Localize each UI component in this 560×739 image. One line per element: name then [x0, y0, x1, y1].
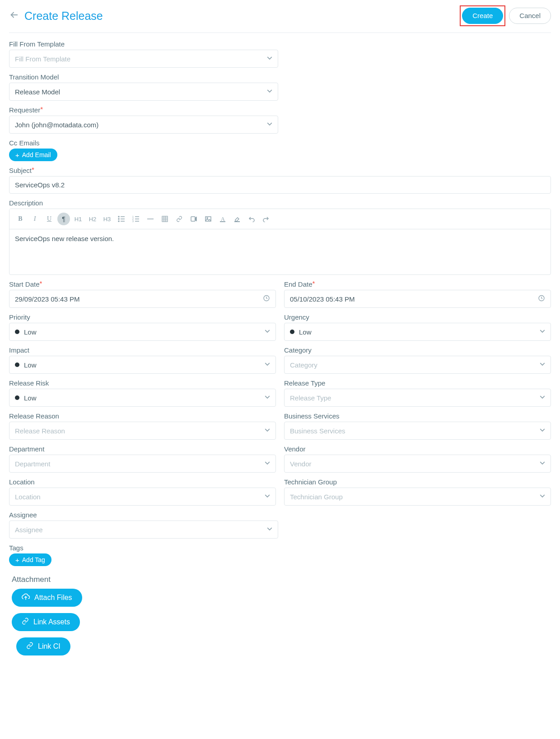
- priority-label: Priority: [9, 313, 276, 321]
- category-label: Category: [284, 346, 551, 354]
- create-button[interactable]: Create: [462, 8, 503, 24]
- chevron-down-icon: [267, 88, 272, 95]
- font-color-icon[interactable]: A: [216, 213, 229, 225]
- add-email-button[interactable]: + Add Email: [9, 149, 57, 161]
- underline-icon[interactable]: U: [43, 213, 56, 225]
- highlight-icon[interactable]: [231, 213, 243, 225]
- transition-model-label: Transition Model: [9, 73, 278, 81]
- chevron-down-icon: [267, 121, 272, 128]
- subject-field: Subject*: [9, 167, 551, 194]
- subject-input[interactable]: [9, 176, 551, 194]
- description-label: Description: [9, 199, 551, 207]
- bold-icon[interactable]: B: [14, 213, 27, 225]
- release-reason-field: Release Reason Release Reason: [9, 412, 276, 440]
- chevron-down-icon: [540, 493, 545, 500]
- cc-emails-label: Cc Emails: [9, 139, 551, 147]
- urgency-label: Urgency: [284, 313, 551, 321]
- description-textarea[interactable]: ServiceOps new release version.: [9, 229, 551, 274]
- cancel-button[interactable]: Cancel: [509, 8, 551, 24]
- technician-group-select[interactable]: Technician Group: [284, 488, 551, 506]
- category-select[interactable]: Category: [284, 356, 551, 374]
- italic-icon[interactable]: I: [28, 213, 41, 225]
- release-risk-select[interactable]: Low: [9, 389, 276, 407]
- horizontal-rule-icon[interactable]: [144, 213, 157, 225]
- svg-rect-13: [162, 216, 168, 222]
- h2-icon[interactable]: H2: [86, 213, 99, 225]
- release-reason-select[interactable]: Release Reason: [9, 422, 276, 440]
- start-date-field: Start Date* 29/09/2023 05:43 PM: [9, 280, 276, 308]
- impact-field: Impact Low: [9, 346, 276, 374]
- impact-label: Impact: [9, 346, 276, 354]
- chevron-down-icon: [265, 362, 270, 368]
- assignee-field: Assignee Assignee: [9, 511, 278, 539]
- attachment-label: Attachment: [12, 575, 551, 584]
- create-button-highlight: Create: [460, 5, 505, 26]
- link-ci-button[interactable]: Link CI: [16, 637, 70, 655]
- undo-icon[interactable]: [245, 213, 258, 225]
- fill-from-template-field: Fill From Template Fill From Template: [9, 40, 278, 68]
- link-assets-button[interactable]: Link Assets: [12, 613, 80, 631]
- chevron-down-icon: [265, 428, 270, 434]
- attachment-section: Attachment Attach Files Link Assets Link…: [9, 572, 551, 655]
- release-reason-label: Release Reason: [9, 412, 276, 420]
- urgency-field: Urgency Low: [284, 313, 551, 341]
- bullet-list-icon[interactable]: [115, 213, 128, 225]
- chevron-down-icon: [265, 493, 270, 500]
- page-header: Create Release Create Cancel: [9, 3, 551, 33]
- requester-select[interactable]: John (john@motadata.com): [9, 116, 278, 134]
- end-date-input[interactable]: 05/10/2023 05:43 PM: [284, 290, 551, 308]
- tags-label: Tags: [9, 544, 551, 552]
- business-services-select[interactable]: Business Services: [284, 422, 551, 440]
- location-field: Location Location: [9, 478, 276, 506]
- release-type-field: Release Type Release Type: [284, 379, 551, 407]
- back-arrow-icon[interactable]: [9, 10, 19, 22]
- business-services-field: Business Services Business Services: [284, 412, 551, 440]
- start-date-label: Start Date*: [9, 280, 276, 288]
- subject-label: Subject*: [9, 167, 551, 174]
- svg-point-5: [118, 221, 119, 222]
- release-type-select[interactable]: Release Type: [284, 389, 551, 407]
- assignee-select[interactable]: Assignee: [9, 521, 278, 539]
- video-icon[interactable]: [187, 213, 200, 225]
- end-date-label: End Date*: [284, 280, 551, 288]
- priority-select[interactable]: Low: [9, 323, 276, 341]
- add-tag-button[interactable]: + Add Tag: [9, 553, 51, 566]
- transition-model-field: Transition Model Release Model: [9, 73, 278, 101]
- table-icon[interactable]: [159, 213, 171, 225]
- chevron-down-icon: [267, 56, 272, 62]
- svg-point-3: [118, 218, 119, 219]
- image-icon[interactable]: [202, 213, 215, 225]
- fill-from-template-select[interactable]: Fill From Template: [9, 50, 278, 68]
- urgency-select[interactable]: Low: [284, 323, 551, 341]
- description-field: Description B I U ¶ H1 H2 H3 123: [9, 199, 551, 275]
- chevron-down-icon: [265, 460, 270, 467]
- priority-dot-icon: [15, 363, 19, 367]
- attach-files-button[interactable]: Attach Files: [12, 589, 82, 607]
- vendor-select[interactable]: Vendor: [284, 455, 551, 473]
- ordered-list-icon[interactable]: 123: [130, 213, 142, 225]
- location-select[interactable]: Location: [9, 488, 276, 506]
- description-editor: B I U ¶ H1 H2 H3 123 A: [9, 209, 551, 275]
- svg-rect-23: [220, 221, 225, 222]
- svg-point-21: [207, 218, 208, 218]
- priority-dot-icon: [15, 395, 19, 400]
- priority-dot-icon: [15, 330, 19, 334]
- department-field: Department Department: [9, 445, 276, 473]
- chevron-down-icon: [540, 362, 545, 368]
- chevron-down-icon: [540, 329, 545, 335]
- h1-icon[interactable]: H1: [72, 213, 84, 225]
- link-icon: [22, 618, 29, 627]
- fill-from-template-label: Fill From Template: [9, 40, 278, 48]
- upload-icon: [22, 593, 30, 602]
- svg-text:3: 3: [132, 220, 134, 222]
- transition-model-select[interactable]: Release Model: [9, 83, 278, 101]
- redo-icon[interactable]: [260, 213, 272, 225]
- paragraph-icon[interactable]: ¶: [57, 213, 70, 225]
- link-icon[interactable]: [173, 213, 186, 225]
- requester-field: Requester* John (john@motadata.com): [9, 106, 278, 134]
- h3-icon[interactable]: H3: [101, 213, 113, 225]
- impact-select[interactable]: Low: [9, 356, 276, 374]
- start-date-input[interactable]: 29/09/2023 05:43 PM: [9, 290, 276, 308]
- department-select[interactable]: Department: [9, 455, 276, 473]
- category-field: Category Category: [284, 346, 551, 374]
